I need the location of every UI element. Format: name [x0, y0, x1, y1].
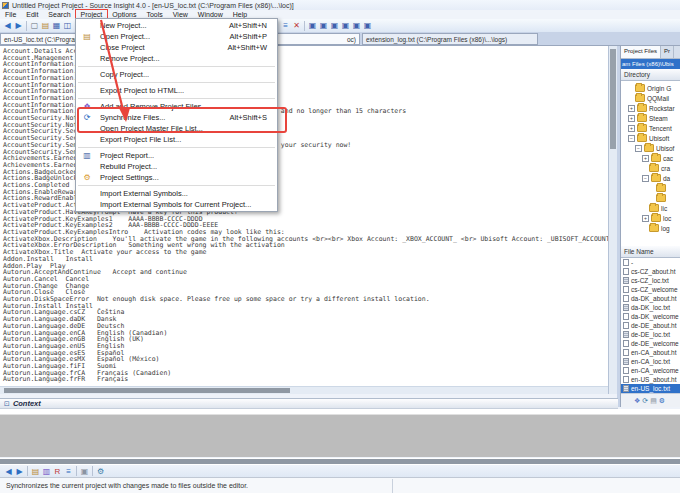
tree-row[interactable] — [621, 193, 680, 203]
save-icon[interactable]: ▦ — [51, 20, 62, 31]
tree-expander-icon[interactable]: + — [642, 155, 649, 162]
tree-expander-icon[interactable]: + — [628, 125, 635, 132]
context-window-icon[interactable]: ≡ — [63, 466, 74, 477]
menu-item[interactable]: Copy Project... — [76, 69, 277, 80]
file-row[interactable]: en-US_loc.txt — [621, 384, 680, 393]
add-remove-files-icon[interactable]: ❖ — [634, 396, 640, 406]
relations-icon[interactable]: R — [52, 466, 63, 477]
tree-row[interactable]: + Rockstar — [621, 103, 680, 113]
file-row[interactable]: da-DK_welcome — [621, 312, 680, 321]
vertical-scroll-thumb[interactable] — [610, 49, 616, 149]
bottom-splitter-bar[interactable] — [0, 458, 680, 465]
file-row[interactable]: de-DE_about.ht — [621, 321, 680, 330]
toggle-tabs-icon[interactable]: ≡ — [280, 20, 291, 31]
tree-row[interactable]: QQMail — [621, 93, 680, 103]
tree-expander-icon[interactable]: + — [628, 105, 635, 112]
file-icon — [623, 295, 629, 302]
file-row[interactable]: - — [621, 258, 680, 267]
menu-item[interactable]: Import External Symbols for Current Proj… — [76, 199, 277, 210]
menubar-item[interactable]: File — [0, 10, 21, 19]
editor-horizontal-scrollbar[interactable] — [0, 386, 608, 394]
folder-label: Rockstar — [649, 105, 675, 112]
editor-vertical-scrollbar[interactable] — [608, 46, 617, 394]
tree-row[interactable] — [621, 183, 680, 193]
view-panel-6-icon[interactable]: ▣ — [362, 20, 373, 31]
context-panel-header[interactable]: ⊡ Context — [0, 398, 618, 409]
menu-item[interactable]: Export Project File List... — [76, 134, 277, 145]
tree-expander-icon[interactable]: + — [628, 115, 635, 122]
file-row[interactable]: de-DE_loc.txt — [621, 330, 680, 339]
menubar-item[interactable]: Search — [43, 10, 75, 19]
back-icon[interactable]: ◀ — [2, 20, 13, 31]
view-panel-3-icon[interactable]: ▣ — [329, 20, 340, 31]
folder-label: loc — [663, 215, 671, 222]
tree-expander-icon[interactable]: + — [642, 215, 649, 222]
menu-item[interactable]: ▤ Open Project... Alt+Shift+P — [76, 31, 277, 42]
folder-icon — [637, 124, 647, 132]
menu-item[interactable]: New Project... Alt+Shift+N — [76, 20, 277, 31]
tree-row[interactable]: lic — [621, 203, 680, 213]
tree-row[interactable]: cra — [621, 163, 680, 173]
back-icon[interactable]: ◀ — [3, 466, 14, 477]
tab-project-files[interactable]: Project Files — [621, 46, 661, 58]
menu-item[interactable]: ▥ Project Report... — [76, 150, 277, 161]
file-row[interactable]: cs-CZ_welcome — [621, 285, 680, 294]
tree-row[interactable]: − Ubisof — [621, 143, 680, 153]
file-row[interactable]: de-DE_welcome — [621, 339, 680, 348]
forward-icon[interactable]: ▶ — [14, 466, 25, 477]
directory-header[interactable]: Directory — [621, 69, 680, 81]
menu-item[interactable]: ⚙ Project Settings... — [76, 172, 277, 183]
horizontal-scroll-thumb[interactable] — [4, 388, 290, 393]
view-panel-4-icon[interactable]: ▣ — [340, 20, 351, 31]
file-row[interactable]: en-US_about.ht — [621, 375, 680, 384]
tree-row[interactable]: + Tencent — [621, 123, 680, 133]
close-file-icon[interactable]: ✕ — [291, 20, 302, 31]
file-name: da-DK_welcome — [631, 313, 679, 320]
menu-item[interactable]: Rebuild Project... — [76, 161, 277, 172]
symbols-window-icon[interactable]: ▥ — [41, 466, 52, 477]
file-row[interactable]: en-CA_loc.txt — [621, 357, 680, 366]
menu-item[interactable]: Import External Symbols... — [76, 188, 277, 199]
file-icon — [623, 349, 629, 356]
tree-row[interactable]: + Steam — [621, 113, 680, 123]
menubar-item[interactable]: Edit — [21, 10, 43, 19]
tree-row[interactable]: + loc — [621, 213, 680, 223]
file-options-icon[interactable]: ▤ — [650, 396, 657, 406]
file-row[interactable]: cs-CZ_loc.txt — [621, 276, 680, 285]
save-all-icon[interactable]: ◫ — [62, 20, 73, 31]
new-file-icon[interactable]: ▢ — [29, 20, 40, 31]
tree-row[interactable]: − Ubisoft — [621, 133, 680, 143]
menu-item[interactable]: Export Project to HTML... — [76, 85, 277, 96]
view-panel-5-icon[interactable]: ▣ — [351, 20, 362, 31]
tree-row[interactable]: Origin G — [621, 83, 680, 93]
forward-icon[interactable]: ▶ — [13, 20, 24, 31]
menu-item[interactable]: Close Project Alt+Shift+W — [76, 42, 277, 53]
tree-row[interactable]: log — [621, 223, 680, 233]
view-panel-1-icon[interactable]: ▣ — [307, 20, 318, 31]
project-files-icon[interactable]: ▤ — [30, 466, 41, 477]
folder-icon — [649, 164, 659, 172]
tree-row[interactable]: − da — [621, 173, 680, 183]
tab-project-second[interactable]: Pr — [661, 46, 674, 58]
tab-extension-log[interactable]: extension_log.txt (C:\Program Files (x86… — [362, 33, 538, 45]
menu-item-label: Import External Symbols... — [100, 189, 188, 198]
tree-expander-icon[interactable]: − — [635, 145, 642, 152]
file-row[interactable]: da-DK_about.ht — [621, 294, 680, 303]
file-row[interactable]: en-CA_about.ht — [621, 348, 680, 357]
file-name-header[interactable]: File Name — [621, 246, 680, 258]
settings-gear-icon[interactable]: ⚙ — [659, 396, 665, 406]
project-path-bar[interactable]: am Files (x86)\Ubis — [621, 59, 680, 69]
open-file-icon[interactable]: ▤ — [40, 20, 51, 31]
tree-expander-icon[interactable]: − — [628, 135, 635, 142]
lock-icon[interactable]: ▣ — [79, 466, 90, 477]
file-row[interactable]: en-CA_welcome — [621, 366, 680, 375]
settings-gear-icon[interactable]: ⚙ — [95, 466, 106, 477]
file-row[interactable]: cs-CZ_about.ht — [621, 267, 680, 276]
file-name: da-DK_about.ht — [631, 295, 677, 302]
file-row[interactable]: da-DK_loc.txt — [621, 303, 680, 312]
menu-item[interactable]: Remove Project... — [76, 53, 277, 64]
tree-expander-icon[interactable]: − — [642, 175, 649, 182]
synchronize-icon[interactable]: ⟳ — [642, 396, 648, 406]
tree-row[interactable]: + cac — [621, 153, 680, 163]
view-panel-2-icon[interactable]: ▣ — [318, 20, 329, 31]
